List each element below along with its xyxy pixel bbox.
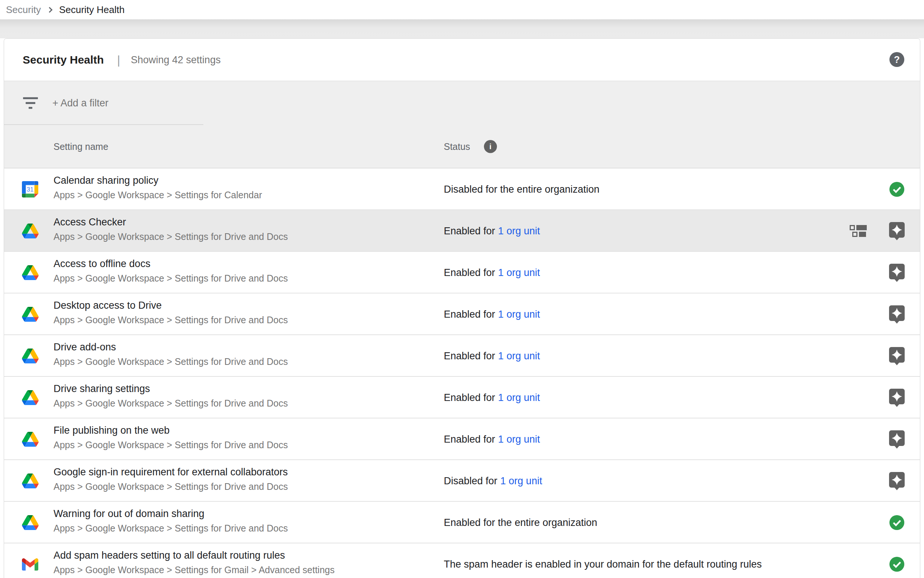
table-row[interactable]: 31 Desktop access to Drive Ap <box>4 294 920 335</box>
add-filter-button[interactable]: + Add a filter <box>52 97 108 109</box>
help-icon[interactable]: ? <box>890 52 904 67</box>
drive-icon <box>22 474 39 489</box>
card-header: Security Health | Showing 42 settings ? <box>4 39 920 81</box>
page-title: Security Health <box>23 54 104 66</box>
status-cell: The spam header is enabled in your domai… <box>444 544 762 578</box>
setting-path: Apps > Google Workspace > Settings for D… <box>53 397 288 409</box>
recommendation-flag-icon[interactable] <box>889 388 905 407</box>
app-icon: 31 <box>21 419 39 460</box>
status-cell: Enabled for the entire organization <box>444 502 597 544</box>
row-main: Warning for out of domain sharing Apps >… <box>53 507 288 534</box>
breadcrumb-current-page: Security Health <box>59 4 125 16</box>
app-icon: 31 <box>21 335 39 377</box>
setting-path: Apps > Google Workspace > Settings for D… <box>53 356 288 367</box>
org-unit-link[interactable]: 1 org unit <box>498 392 540 404</box>
table-header: Setting name Status i <box>4 125 920 169</box>
drive-icon <box>22 349 39 364</box>
drive-icon <box>22 224 39 239</box>
status-text: Enabled for <box>444 226 495 237</box>
table-row[interactable]: 31 Drive add-ons Apps > Googl <box>4 335 920 377</box>
drive-icon <box>22 390 39 405</box>
setting-path: Apps > Google Workspace > Settings for G… <box>53 564 335 576</box>
recommendation-flag-icon[interactable] <box>889 472 905 490</box>
app-icon: 31 <box>21 502 39 544</box>
security-health-page: Security Security Health Security Health… <box>0 0 924 578</box>
setting-name: Drive sharing settings <box>53 382 288 395</box>
app-icon: 31 <box>21 169 39 210</box>
status-text: Enabled for <box>444 309 495 320</box>
status-cell: Enabled for 1 org unit <box>444 419 540 460</box>
setting-path: Apps > Google Workspace > Settings for D… <box>53 231 288 242</box>
setting-path: Apps > Google Workspace > Settings for D… <box>53 439 288 451</box>
org-unit-applied-icon <box>850 225 867 237</box>
setting-name: File publishing on the web <box>53 424 288 437</box>
status-cell: Enabled for 1 org unit <box>444 335 540 377</box>
row-main: Calendar sharing policy Apps > Google Wo… <box>53 174 262 201</box>
table-row[interactable]: 31 Drive sharing settings App <box>4 377 920 419</box>
org-unit-link[interactable]: 1 org unit <box>498 226 540 237</box>
recommendation-flag-icon[interactable] <box>889 430 905 448</box>
status-text: Enabled for <box>444 267 495 279</box>
filter-bar: + Add a filter <box>4 81 920 125</box>
row-main: Drive add-ons Apps > Google Workspace > … <box>53 341 288 367</box>
column-setting-name: Setting name <box>53 141 108 152</box>
recommendation-flag-icon[interactable] <box>889 347 905 365</box>
breadcrumb-security-link[interactable]: Security <box>6 4 41 16</box>
org-unit-link[interactable]: 1 org unit <box>500 475 542 487</box>
drive-icon <box>22 265 39 280</box>
setting-name: Google sign-in requirement for external … <box>53 466 288 478</box>
table-row[interactable]: 31 Warning for out of domain sharin <box>4 502 920 544</box>
status-text: The spam header is enabled in your domai… <box>444 559 762 570</box>
column-status: Status <box>444 141 470 152</box>
app-icon: 31 <box>21 544 39 578</box>
breadcrumb: Security Security Health <box>0 0 924 19</box>
status-cell: Enabled for 1 org unit <box>444 377 540 419</box>
svg-text:31: 31 <box>27 186 34 193</box>
org-unit-link[interactable]: 1 org unit <box>498 351 540 362</box>
row-main: Add spam headers setting to all default … <box>53 549 335 576</box>
status-cell: Disabled for the entire organization <box>444 169 600 210</box>
status-text: Enabled for <box>444 392 495 404</box>
filter-icon[interactable] <box>23 97 38 109</box>
status-text: Enabled for <box>444 434 495 445</box>
table-row[interactable]: 31 Access to offline docs App <box>4 252 920 294</box>
setting-name: Access to offline docs <box>53 257 288 270</box>
table-row[interactable]: 31 Access Checker Apps > Goog <box>4 210 920 252</box>
table-row[interactable]: 31 File publishing on the web <box>4 419 920 460</box>
app-icon: 31 <box>21 252 39 294</box>
app-icon: 31 <box>21 377 39 419</box>
row-main: Access Checker Apps > Google Workspace >… <box>53 216 288 242</box>
table-row[interactable]: 31 Add spam headers setting to all <box>4 544 920 578</box>
calendar-icon: 31 <box>22 181 38 198</box>
recommendation-flag-icon[interactable] <box>889 263 905 282</box>
status-text: Disabled for <box>444 475 497 487</box>
status-text: Disabled for the entire organization <box>444 184 600 195</box>
drive-icon <box>22 515 39 530</box>
setting-name: Calendar sharing policy <box>53 174 262 187</box>
setting-name: Desktop access to Drive <box>53 299 288 312</box>
chevron-right-icon <box>47 7 53 13</box>
status-ok-icon <box>890 182 904 197</box>
table-row[interactable]: 31 Calendar sharing policy Ap <box>4 169 920 210</box>
org-unit-link[interactable]: 1 org unit <box>498 434 540 445</box>
setting-name: Warning for out of domain sharing <box>53 507 288 520</box>
table-row[interactable]: 31 Google sign-in requirement for e <box>4 460 920 502</box>
status-cell: Disabled for 1 org unit <box>444 460 542 502</box>
drive-icon <box>22 307 39 322</box>
org-unit-link[interactable]: 1 org unit <box>498 267 540 279</box>
title-separator: | <box>117 53 120 67</box>
row-main: Desktop access to Drive Apps > Google Wo… <box>53 299 288 326</box>
row-main: Google sign-in requirement for external … <box>53 466 288 492</box>
row-main: Access to offline docs Apps > Google Wor… <box>53 257 288 284</box>
recommendation-flag-icon[interactable] <box>889 305 905 323</box>
status-info-icon[interactable]: i <box>484 140 497 153</box>
row-main: File publishing on the web Apps > Google… <box>53 424 288 451</box>
recommendation-flag-icon[interactable] <box>889 222 905 240</box>
app-icon: 31 <box>21 460 39 502</box>
settings-card: Security Health | Showing 42 settings ? … <box>4 38 920 578</box>
org-unit-link[interactable]: 1 org unit <box>498 309 540 320</box>
status-cell: Enabled for 1 org unit <box>444 252 540 294</box>
setting-name: Access Checker <box>53 216 288 228</box>
gmail-icon <box>22 558 38 571</box>
status-ok-icon <box>890 515 904 530</box>
